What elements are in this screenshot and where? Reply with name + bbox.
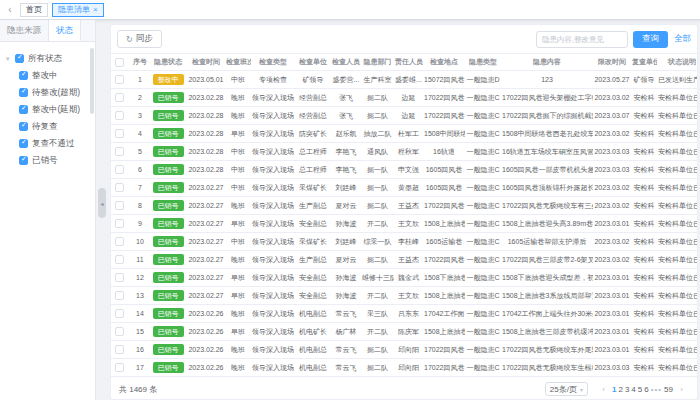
row-checkbox[interactable] — [115, 309, 124, 318]
sidebar-collapse-handle[interactable]: ◂ — [98, 188, 106, 218]
tree-node-5[interactable]: 已销号 — [6, 152, 92, 169]
tree-node-3[interactable]: 待复查 — [6, 118, 92, 135]
table-cell: 2023.03.03 — [593, 148, 631, 155]
status-cell: 已销号 — [149, 200, 187, 211]
row-checkbox[interactable] — [115, 129, 124, 138]
table-row[interactable]: 8已销号2023.02.27晚班领导深入现场生产副总夏对云掘二队王益杰17022… — [111, 197, 697, 215]
row-checkbox[interactable] — [115, 219, 124, 228]
header-cell: 检查时间 — [187, 57, 225, 67]
table-row[interactable]: 5已销号2023.02.28中班领导深入现场总工程师李艳飞通风队程秋军16轨道一… — [111, 143, 697, 161]
table-cell: 已发送到生产科... — [657, 75, 697, 85]
checkbox-all-status[interactable] — [15, 54, 24, 63]
table-cell: 2023.02.28 — [187, 94, 225, 101]
table-row[interactable]: 7已销号2023.02.27中班领导深入现场采煤矿长刘廷峰掘一队黄墨超1605回… — [111, 179, 697, 197]
table-row[interactable]: 4已销号2023.02.28早班领导深入现场防突矿长赵乐凯抽放二队杜军工1508… — [111, 125, 697, 143]
next-page-icon[interactable]: › — [675, 385, 688, 394]
row-checkbox[interactable] — [115, 345, 124, 354]
tab-hazard-list[interactable]: 隐患清单× — [52, 3, 104, 17]
search-input[interactable] — [536, 31, 628, 48]
table-row[interactable]: 1整改中2023.05.01中班专项检查矿领导盛委营...生产科室盛委维...1… — [111, 71, 697, 89]
table-cell: 1508中间联络巷西老孔处绞车架外以西有... — [501, 129, 593, 139]
checkbox[interactable] — [19, 105, 28, 114]
table-row[interactable]: 11已销号2023.02.27晚班领导深入现场生产副总夏对云掘二队王益杰1702… — [111, 251, 697, 269]
checkbox[interactable] — [19, 71, 28, 80]
table-row[interactable]: 15已销号2023.02.26早班领导深入现场机电矿长杨广林开二队陈庆军1508… — [111, 323, 697, 341]
row-checkbox[interactable] — [115, 201, 124, 210]
page-button-1[interactable]: 1 — [612, 385, 616, 394]
splitter: ◂ — [96, 20, 110, 400]
tab-hazard-source[interactable]: 隐患来源 — [0, 20, 49, 41]
table-cell: 2023.02.27 — [187, 202, 225, 209]
table-cell: 2023.03.01 — [593, 346, 631, 353]
row-checkbox[interactable] — [115, 237, 124, 246]
tree-node-2[interactable]: 整改中(延期) — [6, 101, 92, 118]
tree-node-1[interactable]: 待整改(超期) — [6, 84, 92, 101]
row-checkbox[interactable] — [115, 363, 124, 372]
status-badge: 已销号 — [153, 200, 184, 211]
table-cell: 17042工作面 — [423, 309, 465, 319]
search-button[interactable]: 查询 — [633, 31, 668, 48]
status-cell: 已销号 — [149, 182, 187, 193]
table-cell: 安检科 — [631, 165, 657, 175]
table-row[interactable]: 3已销号2023.02.28晚班领导深入现场经营副总张飞掘二队边延17022回风… — [111, 107, 697, 125]
checkbox[interactable] — [19, 156, 28, 165]
table-row[interactable]: 2已销号2023.02.28晚班领导深入现场经营副总张飞掘二队边延17022回风… — [111, 89, 697, 107]
prev-page-icon[interactable]: ‹ — [597, 385, 610, 394]
table-cell: 2023.03.02 — [593, 238, 631, 245]
table-cell: 安检科 — [631, 147, 657, 157]
table-cell: 16轨道五车场绞车硐室压风管路阀体开裂未... — [501, 147, 593, 157]
row-checkbox[interactable] — [115, 273, 124, 282]
table-row[interactable]: 17已销号2023.02.26晚班领导深入现场机电副总常云飞掘二队邱向阳1702… — [111, 359, 697, 377]
table-cell: 2023.02.26 — [187, 310, 225, 317]
tree-node-4[interactable]: 复查不通过 — [6, 135, 92, 152]
page-button-2[interactable]: 2 — [618, 385, 622, 394]
page-button-6[interactable]: 6 — [644, 385, 648, 394]
row-checkbox[interactable] — [115, 111, 124, 120]
row-checkbox[interactable] — [115, 165, 124, 174]
all-link[interactable]: 全部 — [674, 33, 691, 45]
table-cell: 1508上底抽巷 — [423, 291, 465, 301]
page-size-select[interactable]: 25条/页 ▾ — [545, 382, 588, 396]
row-checkbox[interactable] — [115, 327, 124, 336]
table-row[interactable]: 6已销号2023.02.28中班领导深入现场总工程师李艳飞掘一队申文强1605回… — [111, 161, 697, 179]
checkbox[interactable] — [19, 88, 28, 97]
sync-button[interactable]: ↻ 同步 — [117, 30, 162, 48]
row-checkbox[interactable] — [115, 291, 124, 300]
checkbox[interactable] — [19, 139, 28, 148]
table-row[interactable]: 16已销号2023.02.26晚班领导深入现场机电副总常云飞掘二队邱向阳1702… — [111, 341, 697, 359]
page-button-4[interactable]: 4 — [631, 385, 635, 394]
sidebar-scrollbar[interactable] — [90, 48, 94, 114]
table-row[interactable]: 10已销号2023.02.27中班领导深入现场采煤矿长刘廷峰综采一队李桂峰160… — [111, 233, 697, 251]
table-row[interactable]: 14已销号2023.02.26晚班领导深入现场机电副总常云飞采三队吕东东1704… — [111, 305, 697, 323]
page-button-3[interactable]: 3 — [625, 385, 629, 394]
row-checkbox[interactable] — [115, 147, 124, 156]
row-checkbox[interactable] — [115, 255, 124, 264]
header-cell: 隐患类型 — [465, 57, 501, 67]
table-cell: 2023.02.28 — [187, 148, 225, 155]
checkbox[interactable] — [19, 122, 28, 131]
row-checkbox[interactable] — [115, 183, 124, 192]
header-cell: 状态说明 — [657, 57, 697, 67]
tab-home[interactable]: 首页 — [20, 3, 48, 17]
table-row[interactable]: 13已销号2023.02.27早班领导深入现场安全副总孙海波开二队王文欣1508… — [111, 287, 697, 305]
row-checkbox-cell — [111, 183, 131, 192]
table-cell: 1605运输巷帮部支护滞后 — [501, 237, 593, 247]
tree-node-all-status[interactable]: ▾ 所有状态 — [6, 50, 92, 67]
row-checkbox[interactable] — [115, 93, 124, 102]
tab-status[interactable]: 状态 — [49, 20, 81, 41]
table-cell: 2023.02.26 — [187, 346, 225, 353]
table-cell: 2023.03.02 — [593, 256, 631, 263]
table-row[interactable]: 9已销号2023.02.27早班领导深入现场安全副总孙海波开二队王文欣1508上… — [111, 215, 697, 233]
page-button-59[interactable]: 59 — [664, 385, 673, 394]
page-button-5[interactable]: 5 — [638, 385, 642, 394]
table-cell: 13 — [131, 292, 149, 299]
table-cell: 2023.02.26 — [187, 328, 225, 335]
select-all-checkbox[interactable] — [115, 58, 124, 67]
chevron-down-icon[interactable]: ▾ — [6, 55, 15, 63]
table-row[interactable]: 12已销号2023.02.27早班领导深入现场安全副总孙海波维修十三队魏金武15… — [111, 269, 697, 287]
tabs-scroll-left-icon[interactable]: ‹ — [4, 4, 16, 15]
close-icon[interactable]: × — [93, 5, 98, 14]
tree-node-0[interactable]: 整改中 — [6, 67, 92, 84]
row-checkbox-cell — [111, 255, 131, 264]
row-checkbox[interactable] — [115, 75, 124, 84]
